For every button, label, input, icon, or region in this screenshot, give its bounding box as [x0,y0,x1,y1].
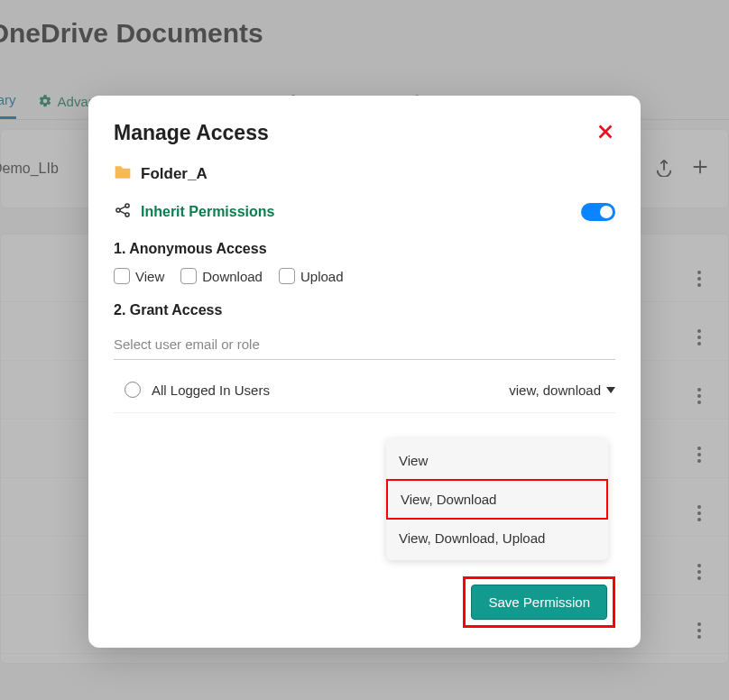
user-label: All Logged In Users [152,382,270,398]
section-grant-title: 2. Grant Access [114,302,615,318]
user-select-input[interactable]: Select user email or role [114,329,615,360]
checkbox[interactable] [114,268,130,284]
anon-upload-option[interactable]: Upload [279,268,344,284]
modal-title: Manage Access [114,121,269,145]
folder-icon [114,163,132,185]
label: Upload [300,269,344,284]
manage-access-modal: Manage Access Folder_A Inherit Permissio… [88,96,641,648]
checkbox[interactable] [279,268,295,284]
permission-dropdown: View View, Download View, Download, Uplo… [386,438,608,560]
dropdown-item-view-download-upload[interactable]: View, Download, Upload [386,520,608,557]
save-highlight: Save Permission [463,576,615,628]
save-permission-button[interactable]: Save Permission [471,585,607,620]
dropdown-item-view[interactable]: View [386,442,608,479]
checkbox[interactable] [180,268,197,284]
section-anonymous-title: 1. Anonymous Access [114,241,615,257]
chevron-down-icon [606,387,615,393]
folder-name: Folder_A [141,165,208,183]
anon-download-option[interactable]: Download [180,268,263,284]
share-icon [114,201,132,223]
radio[interactable] [125,382,141,398]
anon-view-option[interactable]: View [114,268,164,284]
inherit-permissions-label: Inherit Permissions [141,204,275,220]
close-button[interactable] [595,122,615,145]
user-row: All Logged In Users view, download [114,367,615,413]
permission-select[interactable]: view, download [509,382,615,398]
permission-value: view, download [509,382,601,398]
label: View [135,269,164,284]
label: Download [202,269,263,284]
inherit-toggle[interactable] [581,203,615,221]
close-icon [595,122,615,142]
dropdown-item-view-download[interactable]: View, Download [386,479,608,520]
